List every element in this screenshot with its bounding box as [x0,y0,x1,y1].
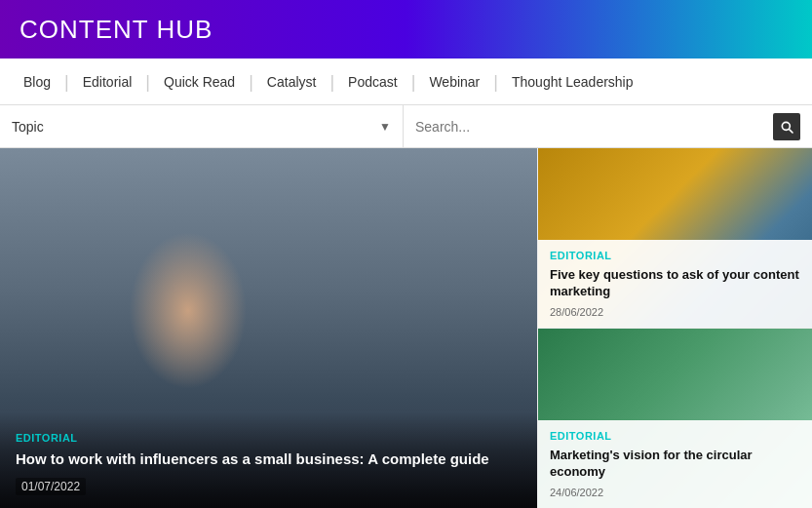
search-input[interactable] [415,119,773,135]
main-card-title: How to work with influencers as a small … [16,449,522,469]
side-card-1-category: EDITORIAL [550,250,800,261]
nav-item-quickread[interactable]: Quick Read [150,59,249,105]
side-card-2[interactable]: EDITORIAL Marketing's vision for the cir… [537,329,812,508]
side-card-1-date: 28/06/2022 [550,306,800,318]
topic-label: Topic [12,119,44,135]
side-card-1[interactable]: EDITORIAL Five key questions to ask of y… [537,148,812,329]
side-card-1-title: Five key questions to ask of your conten… [550,267,800,300]
filter-bar: Topic ▼ [0,105,812,148]
nav-item-podcast[interactable]: Podcast [334,59,411,105]
side-card-2-category: EDITORIAL [550,430,800,442]
side-card-2-info: EDITORIAL Marketing's vision for the cir… [538,420,812,508]
nav-item-catalyst[interactable]: Catalyst [253,59,330,105]
main-card-overlay: EDITORIAL How to work with influencers a… [0,412,537,508]
search-button[interactable] [773,113,800,140]
chevron-down-icon: ▼ [379,120,391,134]
content-grid: EDITORIAL How to work with influencers a… [0,148,812,508]
main-feature-card[interactable]: EDITORIAL How to work with influencers a… [0,148,537,508]
search-icon [779,119,794,135]
site-logo[interactable]: CONTENT HUB [19,15,213,45]
main-card-category: EDITORIAL [16,432,522,444]
topic-dropdown[interactable]: Topic ▼ [0,105,404,147]
main-card-date: 01/07/2022 [16,478,86,495]
logo-light: HUB [148,15,213,44]
site-header: CONTENT HUB [0,0,812,59]
main-nav: Blog | Editorial | Quick Read | Catalyst… [0,59,812,105]
nav-item-webinar[interactable]: Webinar [415,59,493,105]
side-card-1-info: EDITORIAL Five key questions to ask of y… [538,240,812,328]
nav-item-blog[interactable]: Blog [10,59,64,105]
side-card-2-title: Marketing's vision for the circular econ… [550,448,800,481]
logo-bold: CONTENT [19,15,148,44]
nav-item-thought-leadership[interactable]: Thought Leadership [498,59,647,105]
side-card-2-date: 24/06/2022 [550,487,800,498]
nav-item-editorial[interactable]: Editorial [69,59,146,105]
search-bar [404,105,812,147]
